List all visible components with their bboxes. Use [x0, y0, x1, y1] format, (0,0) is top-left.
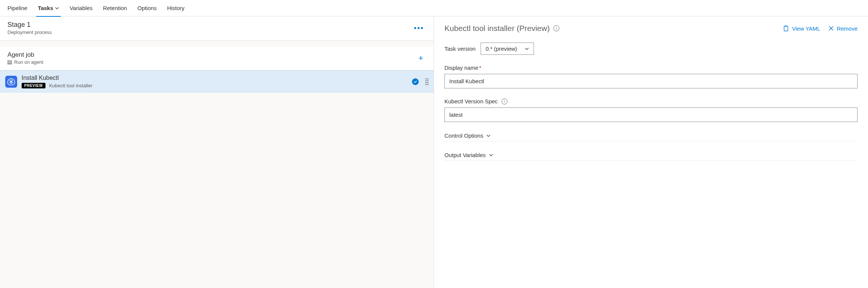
tab-tasks[interactable]: Tasks	[38, 0, 59, 16]
tab-options[interactable]: Options	[137, 0, 157, 16]
agent-job-titles: Agent job Run on agent	[7, 51, 43, 65]
tab-history[interactable]: History	[167, 0, 185, 16]
stage-title: Stage 1	[7, 21, 52, 29]
tabs-bar: Pipeline Tasks Variables Retention Optio…	[0, 0, 868, 16]
svg-rect-13	[785, 26, 787, 27]
clipboard-icon	[783, 25, 789, 31]
display-name-label-text: Display name	[444, 65, 478, 71]
agent-job-row[interactable]: Agent job Run on agent +	[0, 47, 434, 71]
agent-job-sub-label: Run on agent	[14, 59, 43, 65]
task-row-selected[interactable]: Install Kubectl PREVIEW Kubectl tool ins…	[0, 71, 434, 93]
agent-job-subtitle: Run on agent	[7, 59, 43, 65]
info-icon[interactable]: i	[501, 98, 507, 104]
server-icon	[7, 60, 12, 65]
task-meta: PREVIEW Kubectl tool installer	[22, 83, 408, 88]
tab-retention[interactable]: Retention	[103, 0, 127, 16]
view-yaml-label: View YAML	[792, 25, 820, 32]
view-yaml-button[interactable]: View YAML	[783, 25, 820, 32]
stage-titles: Stage 1 Deployment process	[7, 21, 52, 35]
output-variables-label: Output Variables	[444, 152, 486, 158]
task-description: Kubectl tool installer	[49, 83, 92, 88]
detail-actions: View YAML Remove	[783, 25, 858, 32]
chevron-down-icon	[55, 6, 59, 10]
version-spec-label: Kubectl Version Spec	[444, 98, 498, 104]
chevron-down-icon	[525, 47, 529, 51]
chevron-down-icon	[489, 153, 493, 157]
stage-subtitle: Deployment process	[7, 29, 52, 35]
required-asterisk: *	[479, 65, 481, 71]
task-version-value: 0.* (preview)	[485, 46, 517, 52]
svg-line-6	[11, 80, 13, 82]
kubernetes-icon	[5, 76, 17, 88]
detail-header: Kubectl tool installer (Preview) i View …	[444, 24, 858, 33]
output-variables-section[interactable]: Output Variables	[444, 152, 858, 161]
drag-handle-icon[interactable]	[425, 78, 428, 85]
tab-tasks-label: Tasks	[38, 5, 53, 11]
version-spec-label-row: Kubectl Version Spec i	[444, 98, 858, 104]
detail-title-wrap: Kubectl tool installer (Preview) i	[444, 24, 559, 33]
control-options-label: Control Options	[444, 132, 483, 139]
tab-variables[interactable]: Variables	[70, 0, 92, 16]
task-title: Install Kubectl	[22, 75, 408, 81]
task-version-label: Task version	[444, 46, 475, 52]
version-spec-field: Kubectl Version Spec i	[444, 98, 858, 122]
agent-job-title: Agent job	[7, 51, 43, 59]
tab-pipeline[interactable]: Pipeline	[7, 0, 27, 16]
add-task-button[interactable]: +	[415, 53, 426, 63]
task-text: Install Kubectl PREVIEW Kubectl tool ins…	[22, 75, 408, 88]
chevron-down-icon	[486, 134, 491, 138]
control-options-section[interactable]: Control Options	[444, 132, 858, 141]
info-icon[interactable]: i	[553, 25, 559, 31]
svg-line-11	[9, 80, 12, 82]
display-name-input[interactable]	[444, 74, 858, 88]
stage-header[interactable]: Stage 1 Deployment process •••	[0, 16, 434, 41]
display-name-field: Display name*	[444, 65, 858, 88]
detail-title: Kubectl tool installer (Preview)	[444, 24, 550, 33]
remove-label: Remove	[837, 25, 858, 32]
close-icon	[828, 26, 834, 31]
svg-rect-1	[7, 62, 12, 63]
preview-badge: PREVIEW	[22, 83, 45, 88]
main-content: Stage 1 Deployment process ••• Agent job	[0, 16, 868, 288]
task-version-select[interactable]: 0.* (preview)	[481, 43, 534, 55]
svg-rect-0	[7, 60, 12, 62]
check-circle-icon	[412, 78, 419, 85]
display-name-label-row: Display name*	[444, 65, 858, 71]
svg-rect-2	[7, 63, 12, 64]
task-version-row: Task version 0.* (preview)	[444, 43, 858, 55]
remove-button[interactable]: Remove	[828, 25, 858, 32]
left-panel: Stage 1 Deployment process ••• Agent job	[0, 16, 434, 288]
version-spec-input[interactable]	[444, 107, 858, 122]
right-panel: Kubectl tool installer (Preview) i View …	[434, 16, 868, 288]
more-menu-icon[interactable]: •••	[412, 22, 426, 34]
display-name-label: Display name*	[444, 65, 481, 71]
